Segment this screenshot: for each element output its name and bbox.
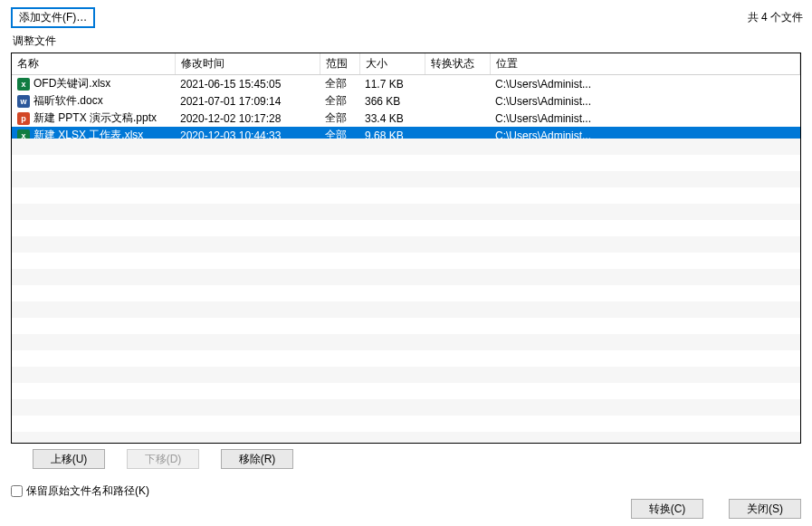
file-range-cell: 全部	[320, 127, 359, 144]
file-mtime-cell: 2021-07-01 17:09:14	[175, 92, 320, 110]
file-range-cell: 全部	[320, 92, 359, 110]
file-mtime-cell: 2020-12-02 10:17:28	[175, 110, 320, 127]
close-button[interactable]: 关闭(S)	[729, 499, 801, 519]
xlsx-file-icon: x	[17, 129, 30, 142]
file-location-cell: C:\Users\Administ...	[490, 110, 800, 127]
file-status-cell	[425, 127, 490, 144]
file-table[interactable]: 名称 修改时间 范围 大小 转换状态 位置 xOFD关键词.xlsx2021-0…	[12, 53, 800, 144]
file-mtime-cell: 2020-12-03 10:44:33	[175, 127, 320, 144]
table-row[interactable]: x新建 XLSX 工作表.xlsx2020-12-03 10:44:33全部9.…	[12, 127, 800, 144]
col-header-location[interactable]: 位置	[490, 53, 800, 75]
file-range-cell: 全部	[320, 110, 359, 127]
col-header-mtime[interactable]: 修改时间	[175, 53, 320, 75]
col-header-name[interactable]: 名称	[12, 53, 175, 75]
file-size-cell: 11.7 KB	[359, 75, 425, 93]
remove-button[interactable]: 移除(R)	[221, 449, 293, 469]
file-status-cell	[425, 75, 490, 93]
table-header-row[interactable]: 名称 修改时间 范围 大小 转换状态 位置	[12, 53, 800, 75]
file-size-cell: 33.4 KB	[359, 110, 425, 127]
add-file-button[interactable]: 添加文件(F)…	[11, 7, 95, 28]
keep-path-checkbox[interactable]	[11, 485, 23, 497]
file-name-cell: 福昕软件.docx	[33, 94, 103, 107]
file-table-container: 名称 修改时间 范围 大小 转换状态 位置 xOFD关键词.xlsx2021-0…	[11, 53, 801, 444]
xlsx-file-icon: x	[17, 78, 30, 91]
convert-button[interactable]: 转换(C)	[631, 499, 703, 519]
table-row[interactable]: p新建 PPTX 演示文稿.pptx2020-12-02 10:17:28全部3…	[12, 110, 800, 127]
col-header-status[interactable]: 转换状态	[425, 53, 490, 75]
move-down-button: 下移(D)	[127, 449, 199, 469]
keep-path-label[interactable]: 保留原始文件名和路径(K)	[26, 483, 149, 499]
file-mtime-cell: 2021-06-15 15:45:05	[175, 75, 320, 93]
col-header-range[interactable]: 范围	[320, 53, 359, 75]
table-row[interactable]: w福昕软件.docx2021-07-01 17:09:14全部366 KBC:\…	[12, 92, 800, 110]
table-empty-stripes	[12, 139, 800, 443]
pptx-file-icon: p	[17, 112, 30, 125]
file-name-cell: 新建 XLSX 工作表.xlsx	[33, 129, 143, 141]
file-count-label: 共 4 个文件	[748, 10, 803, 25]
file-name-cell: OFD关键词.xlsx	[33, 77, 110, 90]
file-status-cell	[425, 92, 490, 110]
file-range-cell: 全部	[320, 75, 359, 93]
file-name-cell: 新建 PPTX 演示文稿.pptx	[33, 111, 157, 124]
file-location-cell: C:\Users\Administ...	[490, 75, 800, 93]
col-header-size[interactable]: 大小	[359, 53, 425, 75]
table-row[interactable]: xOFD关键词.xlsx2021-06-15 15:45:05全部11.7 KB…	[12, 75, 800, 93]
section-label: 调整文件	[0, 32, 812, 53]
docx-file-icon: w	[17, 95, 30, 108]
file-status-cell	[425, 110, 490, 127]
file-location-cell: C:\Users\Administ...	[490, 92, 800, 110]
file-size-cell: 366 KB	[359, 92, 425, 110]
move-up-button[interactable]: 上移(U)	[33, 449, 105, 469]
file-size-cell: 9.68 KB	[359, 127, 425, 144]
file-location-cell: C:\Users\Administ...	[490, 127, 800, 144]
